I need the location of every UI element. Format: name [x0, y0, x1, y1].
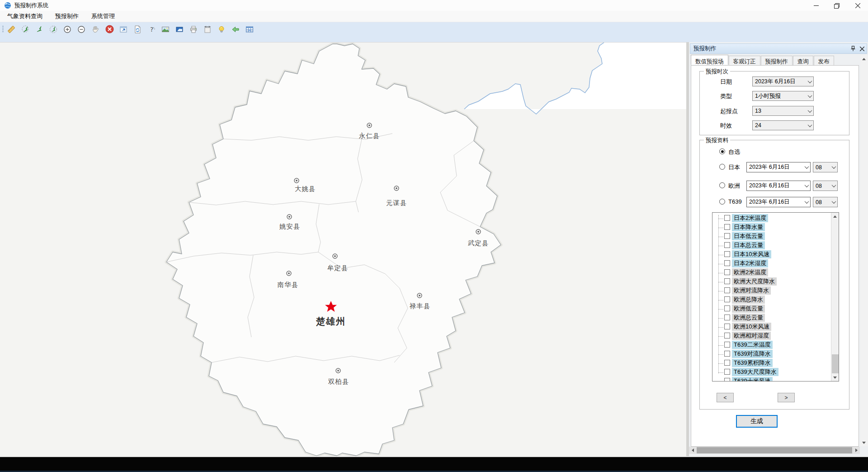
- next-button[interactable]: >: [778, 393, 795, 402]
- tab-数值预报场[interactable]: 数值预报场: [691, 55, 728, 65]
- panel-hscrollbar[interactable]: [689, 447, 860, 454]
- panel-vscrollbar[interactable]: [860, 55, 868, 446]
- scroll-up-icon[interactable]: [860, 55, 868, 62]
- tree-item[interactable]: 日本降水量: [712, 223, 831, 232]
- checkbox[interactable]: [724, 351, 730, 357]
- tree-scrollbar[interactable]: [831, 213, 839, 381]
- close-button[interactable]: [847, 0, 868, 11]
- menu-item[interactable]: 预报制作: [49, 12, 85, 20]
- scroll-left-icon[interactable]: [689, 447, 696, 454]
- help-pointer-icon[interactable]: ?: [147, 25, 156, 34]
- checkbox[interactable]: [724, 296, 730, 302]
- checkbox[interactable]: [724, 269, 730, 275]
- generate-button[interactable]: 生成: [736, 415, 778, 428]
- scroll-down-icon[interactable]: [831, 374, 839, 381]
- checkbox[interactable]: [724, 215, 730, 221]
- checkbox[interactable]: [724, 251, 730, 257]
- tree-item[interactable]: 日本2米湿度: [712, 259, 831, 268]
- radio-button[interactable]: [719, 182, 725, 188]
- refresh-doc-icon[interactable]: [133, 25, 142, 34]
- tab-客观订正[interactable]: 客观订正: [729, 56, 760, 66]
- tab-预报制作[interactable]: 预报制作: [761, 56, 793, 66]
- scroll-right-icon[interactable]: [853, 447, 860, 454]
- field-combo[interactable]: 1小时预报: [752, 91, 814, 101]
- tip-bulb-icon[interactable]: [217, 25, 226, 34]
- checkbox[interactable]: [724, 260, 730, 266]
- printer-icon[interactable]: [189, 25, 198, 34]
- scroll-thumb[interactable]: [832, 354, 839, 373]
- tree-item[interactable]: T639对流降水: [712, 350, 831, 359]
- checkbox[interactable]: [724, 242, 730, 248]
- pointer-arrow-icon[interactable]: [35, 25, 44, 34]
- date-combo[interactable]: 2023年 6月16日: [746, 181, 811, 191]
- radio-button[interactable]: [719, 148, 725, 154]
- tree-item[interactable]: T639二米温度: [712, 341, 831, 350]
- tree-item[interactable]: T639累积降水: [712, 359, 831, 368]
- data-grid-icon[interactable]: [245, 25, 254, 34]
- checkbox[interactable]: [724, 305, 730, 311]
- tree-item[interactable]: 欧洲相对湿度: [712, 332, 831, 341]
- checkbox[interactable]: [724, 287, 730, 293]
- pin-icon[interactable]: [850, 46, 856, 53]
- zoom-in-icon[interactable]: [63, 25, 72, 34]
- checkbox[interactable]: [724, 360, 730, 366]
- tree-item[interactable]: 日本总云量: [712, 241, 831, 250]
- map-canvas[interactable]: 永仁县大姚县元谋县姚安县武定县牟定县南华县禄丰县双柏县 楚雄州: [0, 42, 686, 456]
- tree-item[interactable]: 欧洲2米温度: [712, 268, 831, 277]
- tree-item[interactable]: 欧洲总降水: [712, 296, 831, 305]
- tree-item[interactable]: T639大尺度降水: [712, 368, 831, 377]
- hour-combo[interactable]: 08: [813, 181, 838, 191]
- checkbox[interactable]: [724, 224, 730, 230]
- checkbox[interactable]: [724, 233, 730, 239]
- prev-button[interactable]: <: [717, 393, 734, 402]
- scroll-up-icon[interactable]: [831, 213, 839, 220]
- date-combo[interactable]: 2023年 6月16日: [746, 162, 811, 172]
- toolbar-grip[interactable]: [2, 26, 4, 33]
- field-combo[interactable]: 24: [752, 120, 814, 130]
- checkbox[interactable]: [724, 324, 730, 329]
- tree-item[interactable]: 日本低云量: [712, 232, 831, 241]
- tab-发布[interactable]: 发布: [814, 56, 834, 66]
- tree-item[interactable]: T639十米风速: [712, 377, 831, 381]
- checkbox[interactable]: [724, 333, 730, 339]
- tree-item[interactable]: 日本10米风速: [712, 250, 831, 259]
- restore-button[interactable]: [826, 0, 847, 11]
- stop-icon[interactable]: [105, 25, 114, 34]
- image-export-icon[interactable]: [175, 25, 184, 34]
- menu-item[interactable]: 气象资料查询: [1, 12, 49, 20]
- checkbox[interactable]: [724, 278, 730, 284]
- tree-item[interactable]: 欧洲10米风速: [712, 323, 831, 332]
- field-combo[interactable]: 2023年 6月16日: [752, 76, 814, 86]
- checkbox[interactable]: [724, 315, 730, 320]
- checkbox[interactable]: [724, 342, 730, 348]
- checkbox[interactable]: [724, 378, 730, 381]
- date-combo[interactable]: 2023年 6月16日: [746, 197, 811, 207]
- tab-查询[interactable]: 查询: [793, 56, 813, 66]
- field-combo[interactable]: 13: [752, 106, 814, 116]
- measure-ruler-icon[interactable]: [7, 25, 16, 34]
- rotate-select-icon[interactable]: [21, 25, 30, 34]
- tree-item[interactable]: 欧洲低云量: [712, 305, 831, 314]
- panel-close-icon[interactable]: [860, 46, 864, 52]
- tree-item[interactable]: 欧洲对流降水: [712, 286, 831, 296]
- radio-button[interactable]: [719, 164, 725, 170]
- hour-combo[interactable]: 08: [813, 197, 838, 207]
- tree-item[interactable]: 欧洲总云量: [712, 314, 831, 323]
- rotate-view-icon[interactable]: [49, 25, 58, 34]
- zoom-out-icon[interactable]: [77, 25, 86, 34]
- page-width-icon[interactable]: [203, 25, 212, 34]
- hour-combo[interactable]: 08: [813, 162, 838, 172]
- back-arrow-icon[interactable]: [231, 25, 240, 34]
- scroll-thumb[interactable]: [697, 447, 852, 453]
- scroll-down-icon[interactable]: [860, 439, 868, 446]
- pan-hand-icon[interactable]: [91, 25, 100, 34]
- minimize-button[interactable]: [806, 0, 826, 11]
- image-icon[interactable]: [161, 25, 170, 34]
- radio-button[interactable]: [719, 199, 725, 205]
- panel-header[interactable]: 预报制作: [690, 43, 867, 54]
- checkbox[interactable]: [724, 369, 730, 375]
- tree-item[interactable]: 日本2米温度: [712, 214, 831, 223]
- menu-item[interactable]: 系统管理: [85, 12, 121, 20]
- window-view-icon[interactable]: [119, 25, 128, 34]
- tree-item[interactable]: 欧洲大尺度降水: [712, 277, 831, 286]
